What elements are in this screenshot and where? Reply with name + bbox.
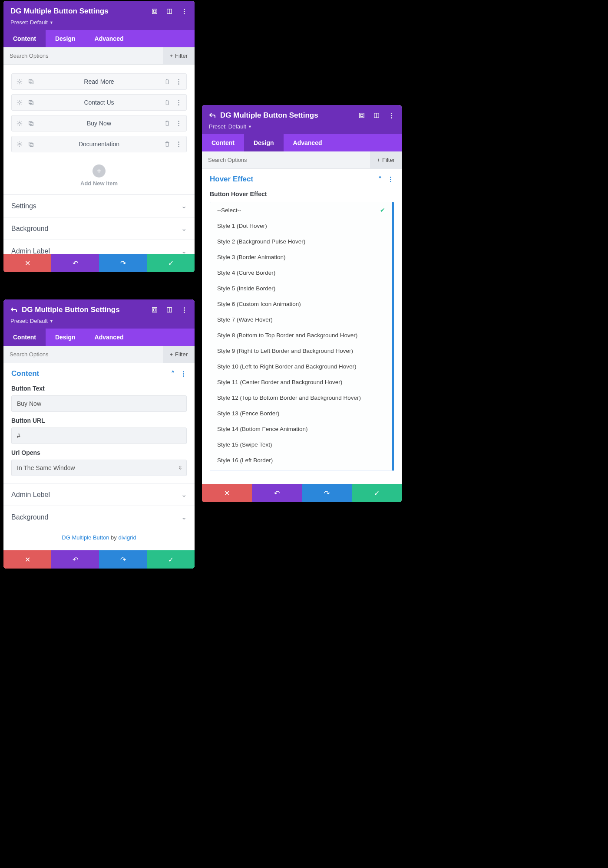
tab-content[interactable]: Content bbox=[202, 134, 244, 151]
hover-style-option[interactable]: --Select--✔ bbox=[210, 202, 392, 218]
hover-style-option[interactable]: Style 6 (Custom Icon Animation)✔ bbox=[210, 296, 392, 312]
credit-module-link[interactable]: DG Multiple Button bbox=[62, 534, 109, 541]
hover-style-option[interactable]: Style 14 (Bottom Fence Animation)✔ bbox=[210, 421, 392, 437]
chevron-up-icon[interactable]: ˄ bbox=[171, 370, 175, 378]
kebab-icon[interactable] bbox=[181, 306, 188, 313]
trash-icon[interactable] bbox=[164, 120, 171, 127]
duplicate-icon[interactable] bbox=[27, 120, 34, 127]
tab-design[interactable]: Design bbox=[244, 134, 284, 151]
section-background[interactable]: Background ⌄ bbox=[3, 506, 195, 528]
filter-button[interactable]: + Filter bbox=[163, 47, 195, 64]
section-title-hover-effect[interactable]: Hover Effect bbox=[210, 175, 253, 184]
kebab-icon[interactable] bbox=[175, 78, 182, 85]
kebab-icon[interactable] bbox=[175, 120, 182, 127]
save-button[interactable]: ✓ bbox=[147, 550, 195, 569]
kebab-icon[interactable] bbox=[175, 141, 182, 148]
close-button[interactable]: ✕ bbox=[3, 550, 51, 569]
credit-author-link[interactable]: divigrid bbox=[118, 534, 136, 541]
redo-button[interactable]: ↷ bbox=[302, 484, 352, 502]
snap-icon[interactable] bbox=[373, 112, 380, 119]
expand-icon[interactable] bbox=[151, 8, 158, 15]
button-url-input[interactable] bbox=[11, 427, 187, 444]
expand-icon[interactable] bbox=[358, 112, 365, 119]
hover-style-option[interactable]: Style 13 (Fence Border)✔ bbox=[210, 405, 392, 421]
section-admin-label[interactable]: Admin Label ⌄ bbox=[3, 240, 195, 254]
kebab-icon[interactable] bbox=[388, 112, 395, 119]
preset-selector[interactable]: Preset: Default ▼ bbox=[209, 123, 395, 130]
expand-icon[interactable] bbox=[151, 306, 158, 313]
tab-content[interactable]: Content bbox=[3, 30, 46, 47]
svg-point-10 bbox=[19, 122, 20, 124]
plus-icon: + bbox=[170, 53, 173, 59]
kebab-icon[interactable] bbox=[175, 99, 182, 106]
duplicate-icon[interactable] bbox=[27, 99, 34, 106]
trash-icon[interactable] bbox=[164, 141, 171, 148]
duplicate-icon[interactable] bbox=[27, 141, 34, 148]
chevron-up-icon[interactable]: ˄ bbox=[378, 175, 382, 184]
close-button[interactable]: ✕ bbox=[3, 254, 51, 272]
list-item[interactable]: Documentation bbox=[11, 136, 187, 152]
hover-style-option[interactable]: Style 17 (Would be best for the dark bac… bbox=[210, 468, 392, 471]
list-item[interactable]: Read More bbox=[11, 73, 187, 90]
undo-button[interactable]: ↶ bbox=[252, 484, 302, 502]
hover-style-option[interactable]: Style 3 (Border Animation)✔ bbox=[210, 249, 392, 265]
undo-button[interactable]: ↶ bbox=[51, 254, 99, 272]
hover-style-option[interactable]: Style 4 (Curve Border)✔ bbox=[210, 265, 392, 280]
section-background[interactable]: Background ⌄ bbox=[3, 217, 195, 240]
option-label: Style 4 (Curve Border) bbox=[217, 270, 275, 276]
kebab-icon[interactable] bbox=[387, 176, 394, 183]
button-text-input[interactable] bbox=[11, 395, 187, 412]
redo-button[interactable]: ↷ bbox=[99, 254, 147, 272]
add-new-button[interactable]: + bbox=[93, 164, 106, 178]
close-button[interactable]: ✕ bbox=[202, 484, 252, 502]
hover-style-option[interactable]: Style 9 (Right to Left Border and Backgr… bbox=[210, 343, 392, 358]
redo-button[interactable]: ↷ bbox=[99, 550, 147, 569]
search-input[interactable] bbox=[3, 346, 163, 363]
back-icon[interactable] bbox=[10, 306, 17, 313]
save-button[interactable]: ✓ bbox=[147, 254, 195, 272]
tab-design[interactable]: Design bbox=[46, 30, 85, 47]
undo-button[interactable]: ↶ bbox=[51, 550, 99, 569]
kebab-icon[interactable] bbox=[181, 8, 188, 15]
back-icon[interactable] bbox=[209, 112, 216, 119]
list-item[interactable]: Buy Now bbox=[11, 115, 187, 132]
list-item[interactable]: Contact Us bbox=[11, 94, 187, 111]
filter-button[interactable]: + Filter bbox=[163, 346, 195, 363]
hover-style-option[interactable]: Style 11 (Center Border and Background H… bbox=[210, 374, 392, 390]
trash-icon[interactable] bbox=[164, 99, 171, 106]
section-admin-lebel[interactable]: Admin Lebel ⌄ bbox=[3, 483, 195, 506]
hover-style-option[interactable]: Style 5 (Inside Border)✔ bbox=[210, 280, 392, 296]
snap-icon[interactable] bbox=[166, 8, 173, 15]
gear-icon[interactable] bbox=[16, 141, 23, 148]
filter-button[interactable]: + Filter bbox=[370, 151, 402, 168]
hover-style-option[interactable]: Style 7 (Wave Hover)✔ bbox=[210, 312, 392, 327]
chevron-down-icon: ⌄ bbox=[181, 490, 187, 499]
gear-icon[interactable] bbox=[16, 120, 23, 127]
hover-style-option[interactable]: Style 12 (Top to Bottom Border and Backg… bbox=[210, 390, 392, 405]
trash-icon[interactable] bbox=[164, 78, 171, 85]
hover-style-option[interactable]: Style 10 (Left to Right Border and Backg… bbox=[210, 358, 392, 374]
search-input[interactable] bbox=[3, 47, 163, 64]
tab-advanced[interactable]: Advanced bbox=[85, 30, 133, 47]
gear-icon[interactable] bbox=[16, 78, 23, 85]
tab-content[interactable]: Content bbox=[3, 329, 46, 346]
tab-design[interactable]: Design bbox=[46, 329, 85, 346]
section-title-open[interactable]: Content bbox=[11, 369, 39, 378]
preset-selector[interactable]: Preset: Default ▼ bbox=[10, 19, 188, 26]
search-input[interactable] bbox=[202, 151, 370, 168]
hover-style-option[interactable]: Style 8 (Bottom to Top Border and Backgr… bbox=[210, 327, 392, 343]
duplicate-icon[interactable] bbox=[27, 78, 34, 85]
hover-style-option[interactable]: Style 1 (Dot Hover)✔ bbox=[210, 218, 392, 233]
tab-advanced[interactable]: Advanced bbox=[85, 329, 133, 346]
gear-icon[interactable] bbox=[16, 99, 23, 106]
preset-selector[interactable]: Preset: Default ▼ bbox=[10, 318, 188, 324]
hover-style-option[interactable]: Style 15 (Swipe Text)✔ bbox=[210, 437, 392, 452]
tab-advanced[interactable]: Advanced bbox=[284, 134, 332, 151]
section-settings[interactable]: Settings ⌄ bbox=[3, 194, 195, 217]
save-button[interactable]: ✓ bbox=[352, 484, 402, 502]
url-opens-select[interactable] bbox=[11, 460, 187, 476]
kebab-icon[interactable] bbox=[180, 370, 187, 377]
hover-style-option[interactable]: Style 16 (Left Border)✔ bbox=[210, 452, 392, 468]
hover-style-option[interactable]: Style 2 (Background Pulse Hover)✔ bbox=[210, 233, 392, 249]
snap-icon[interactable] bbox=[166, 306, 173, 313]
